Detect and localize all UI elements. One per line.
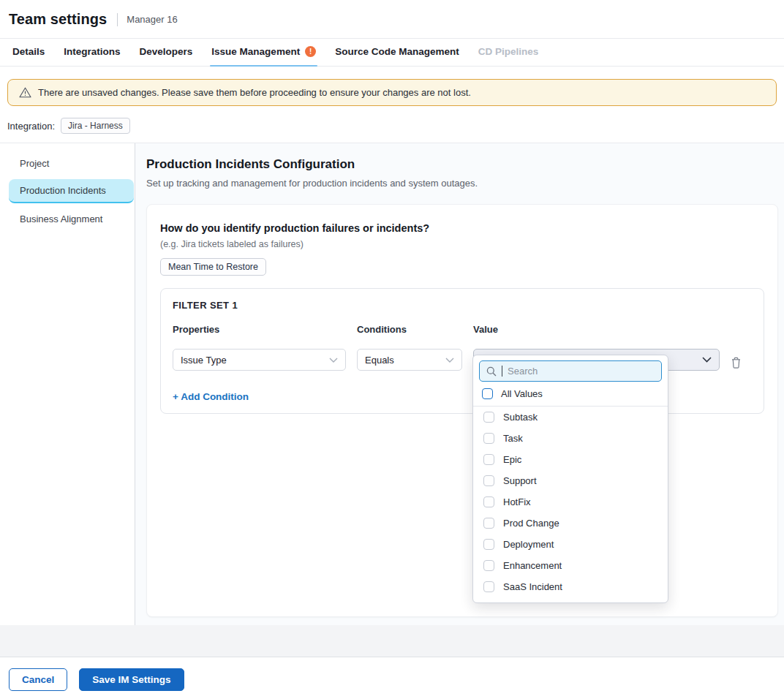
dropdown-search-input[interactable]: Search <box>479 360 662 382</box>
checkbox-icon[interactable] <box>483 602 494 603</box>
option-label: HotFix <box>503 496 531 507</box>
dropdown-option-all-values[interactable]: All Values <box>473 382 668 407</box>
tab-label: Issue Management <box>211 46 300 57</box>
team-name-label: Manager 16 <box>127 14 177 25</box>
value-dropdown-panel: Search All Values SubtaskTaskEpicSupport… <box>472 355 668 603</box>
checkbox-icon[interactable] <box>482 388 493 399</box>
option-label: Epic <box>503 454 521 465</box>
sidebar-item-project[interactable]: Project <box>9 152 134 175</box>
search-placeholder: Search <box>508 366 538 377</box>
question-hint: (e.g. Jira tickets labeled as failures) <box>160 239 764 249</box>
dropdown-option-task[interactable]: Task <box>473 428 668 449</box>
option-label: Task <box>503 433 523 444</box>
save-im-settings-button[interactable]: Save IM Settings <box>79 668 184 691</box>
metric-chip[interactable]: Mean Time to Restore <box>160 258 266 276</box>
tab-details[interactable]: Details <box>12 46 45 66</box>
footer-actions: Cancel Save IM Settings <box>0 657 784 691</box>
property-select-value: Issue Type <box>181 355 227 366</box>
delete-condition-button[interactable] <box>731 356 742 369</box>
search-icon <box>486 366 497 377</box>
title-divider <box>117 13 118 26</box>
dropdown-option-support[interactable]: Support <box>473 470 668 491</box>
tab-bar: DetailsIntegrationsDevelopersIssue Manag… <box>0 39 784 67</box>
unsaved-changes-banner: There are unsaved changes. Please save t… <box>7 79 777 106</box>
integration-chip[interactable]: Jira - Harness <box>61 118 130 134</box>
dropdown-option-enhancement[interactable]: Enhancement <box>473 555 668 576</box>
property-select[interactable]: Issue Type <box>173 349 346 371</box>
option-label: Prod Change <box>503 518 559 529</box>
dropdown-option-deployment[interactable]: Deployment <box>473 534 668 555</box>
value-column-header: Value <box>473 324 720 335</box>
option-label: Support <box>503 475 537 486</box>
conditions-column-header: Conditions <box>357 324 462 335</box>
alert-badge-icon: ! <box>305 46 316 57</box>
tab-issue-management[interactable]: Issue Management! <box>211 46 316 66</box>
dropdown-option-subtask[interactable]: Subtask <box>473 407 668 428</box>
tab-cd-pipelines[interactable]: CD Pipelines <box>478 46 539 66</box>
checkbox-icon[interactable] <box>483 581 494 592</box>
option-label: All Values <box>501 388 543 399</box>
page-title: Team settings <box>9 11 107 28</box>
condition-select-value: Equals <box>365 355 394 366</box>
cancel-button[interactable]: Cancel <box>9 668 67 691</box>
tab-label: Source Code Management <box>335 46 459 57</box>
checkbox-icon[interactable] <box>483 518 494 529</box>
section-subtitle: Set up tracking and management for produ… <box>146 178 778 189</box>
integration-row: Integration: Jira - Harness <box>0 106 784 143</box>
dropdown-option-saas-incident[interactable]: SaaS Incident <box>473 576 668 597</box>
condition-select[interactable]: Equals <box>357 349 462 371</box>
checkbox-icon[interactable] <box>483 454 494 465</box>
question-title: How do you identify production failures … <box>160 222 764 234</box>
checkbox-icon[interactable] <box>483 475 494 486</box>
tab-label: Integrations <box>64 46 120 57</box>
tab-label: CD Pipelines <box>478 46 539 57</box>
tab-source-code-management[interactable]: Source Code Management <box>335 46 459 66</box>
dropdown-option-customer-notification[interactable]: Customer Notification <box>473 597 668 603</box>
option-label: Deployment <box>503 539 554 550</box>
dropdown-option-prod-change[interactable]: Prod Change <box>473 513 668 534</box>
bottom-spacer-strip <box>0 625 784 657</box>
checkbox-icon[interactable] <box>483 560 494 571</box>
checkbox-icon[interactable] <box>483 539 494 550</box>
trash-icon <box>731 357 742 369</box>
tab-label: Details <box>12 46 45 57</box>
team-settings-page: Team settings Manager 16 DetailsIntegrat… <box>0 0 784 699</box>
incidents-config-card: How do you identify production failures … <box>146 204 778 617</box>
chevron-down-icon <box>445 358 454 363</box>
checkbox-icon[interactable] <box>483 433 494 444</box>
tab-developers[interactable]: Developers <box>140 46 193 66</box>
option-label: Enhancement <box>503 560 562 571</box>
warning-triangle-icon <box>19 87 31 98</box>
text-cursor <box>502 366 502 377</box>
chevron-down-icon <box>329 358 338 363</box>
option-label: SaaS Incident <box>503 581 562 592</box>
main-panel: Production Incidents Configuration Set u… <box>135 143 784 625</box>
chevron-down-icon <box>702 357 712 363</box>
tab-label: Developers <box>140 46 193 57</box>
checkbox-icon[interactable] <box>483 496 494 507</box>
value-options-list: SubtaskTaskEpicSupportHotFixProd ChangeD… <box>473 407 668 603</box>
tab-integrations[interactable]: Integrations <box>64 46 120 66</box>
page-header: Team settings Manager 16 <box>0 0 784 39</box>
properties-column-header: Properties <box>173 324 346 335</box>
filter-set-1: FILTER SET 1 Properties Issue Type <box>160 288 764 414</box>
option-label: Subtask <box>503 412 538 423</box>
section-title: Production Incidents Configuration <box>146 157 778 172</box>
dropdown-option-epic[interactable]: Epic <box>473 449 668 470</box>
integration-label: Integration: <box>7 121 55 132</box>
checkbox-icon[interactable] <box>483 412 494 423</box>
option-label: Customer Notification <box>503 602 594 603</box>
sidebar-item-business-alignment[interactable]: Business Alignment <box>9 208 134 230</box>
dropdown-option-hotfix[interactable]: HotFix <box>473 491 668 513</box>
sidebar-item-production-incidents[interactable]: Production Incidents <box>9 179 134 203</box>
banner-text: There are unsaved changes. Please save t… <box>38 87 471 98</box>
filter-set-title: FILTER SET 1 <box>173 300 752 311</box>
settings-sidebar: ProjectProduction IncidentsBusiness Alig… <box>0 143 135 625</box>
